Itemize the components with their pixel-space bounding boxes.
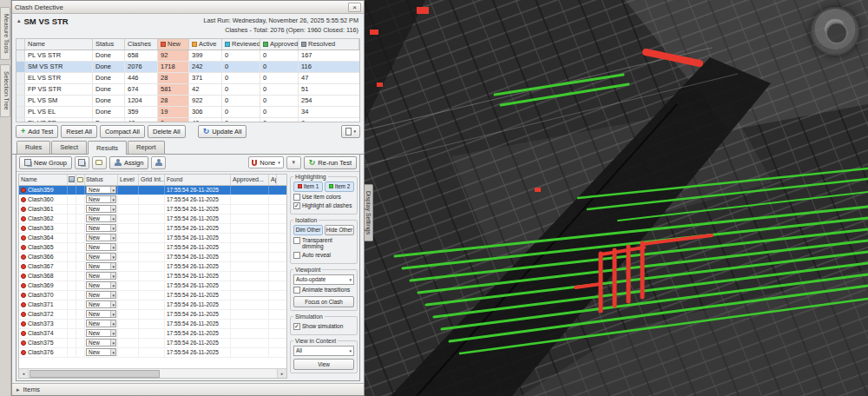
results-column-header-grid[interactable]: Grid Int... xyxy=(139,175,165,185)
tab-select[interactable]: Select xyxy=(51,141,87,154)
clash-row-clash373[interactable]: Clash373New▾17:55:54 26-11-2025 xyxy=(19,320,286,329)
status-dropdown[interactable]: New▾ xyxy=(86,300,116,308)
clash-row-clash375[interactable]: Clash375New▾17:55:54 26-11-2025 xyxy=(19,339,286,348)
view-in-context-dropdown[interactable]: All xyxy=(293,346,354,356)
new-group-button[interactable]: New Group xyxy=(19,156,72,169)
dim-other-button[interactable]: Dim Other xyxy=(293,225,323,235)
compact-all-button[interactable]: Compact All xyxy=(100,125,145,138)
clash-row-clash367[interactable]: Clash367New▾17:55:54 26-11-2025 xyxy=(19,262,286,272)
add-test-button[interactable]: Add Test xyxy=(16,125,58,138)
hide-other-button[interactable]: Hide Other xyxy=(325,225,354,235)
update-all-button[interactable]: Update All xyxy=(198,125,247,138)
status-dropdown[interactable]: New▾ xyxy=(86,329,116,337)
clash-row-clash363[interactable]: Clash363New▾17:55:54 26-11-2025 xyxy=(19,224,286,234)
transparent-dimming-checkbox[interactable] xyxy=(293,237,300,244)
tab-rules[interactable]: Rules xyxy=(16,141,50,154)
horizontal-scrollbar[interactable]: ◂ ▸ xyxy=(19,368,286,378)
tests-column-header-reviewed[interactable]: Reviewed xyxy=(222,39,260,50)
rerun-test-button[interactable]: Re-run Test xyxy=(304,156,357,169)
item1-toggle-button[interactable]: Item 1 xyxy=(293,182,323,192)
results-column-header-level[interactable]: Level xyxy=(118,175,139,185)
items-bar[interactable]: Items xyxy=(12,383,364,395)
delete-all-button[interactable]: Delete All xyxy=(148,125,186,138)
results-column-header-status[interactable]: Status xyxy=(85,175,118,185)
status-dropdown[interactable]: New▾ xyxy=(86,262,116,270)
show-simulation-row[interactable]: Show simulation xyxy=(293,323,354,330)
tests-column-header-approved[interactable]: Approved xyxy=(260,39,299,50)
test-row-pl-vs-el[interactable]: PL VS ELDone359193060034 xyxy=(16,107,359,118)
tests-table[interactable]: NameStatusClashesNewActiveReviewedApprov… xyxy=(16,38,360,122)
status-dropdown[interactable]: New▾ xyxy=(86,348,116,356)
animate-transitions-checkbox[interactable] xyxy=(293,287,300,294)
view-button[interactable]: View xyxy=(293,359,354,370)
tests-column-header-active[interactable]: Active xyxy=(189,39,222,50)
clash-row-clash372[interactable]: Clash372New▾17:55:54 26-11-2025 xyxy=(19,310,286,320)
results-column-header-app[interactable]: App... xyxy=(269,175,277,185)
viewport-3d[interactable]: Display Settings xyxy=(365,0,868,396)
show-simulation-checkbox[interactable] xyxy=(293,323,300,330)
dock-tab-display-settings[interactable]: Display Settings xyxy=(365,184,373,241)
scroll-left-icon[interactable]: ◂ xyxy=(19,369,29,378)
status-dropdown[interactable]: New▾ xyxy=(86,205,116,213)
results-column-header-found[interactable]: Found xyxy=(165,175,231,185)
focus-on-clash-button[interactable]: Focus on Clash xyxy=(293,296,354,307)
results-column-header-name[interactable]: Name xyxy=(19,175,68,185)
clash-row-clash371[interactable]: Clash371New▾17:55:54 26-11-2025 xyxy=(19,300,286,310)
collapse-chevron-icon[interactable] xyxy=(17,17,21,24)
clash-row-clash376[interactable]: Clash376New▾17:55:54 26-11-2025 xyxy=(19,348,286,358)
status-dropdown[interactable]: New▾ xyxy=(86,281,116,289)
filter-dropdown[interactable]: None xyxy=(248,156,283,168)
reset-all-button[interactable]: Reset All xyxy=(61,125,97,138)
results-grid[interactable]: NameStatusLevelGrid Int...FoundApproved.… xyxy=(18,174,287,379)
clash-row-clash366[interactable]: Clash366New▾17:55:54 26-11-2025 xyxy=(19,253,286,262)
expand-items-icon[interactable] xyxy=(16,386,20,393)
unassign-button[interactable] xyxy=(151,156,166,169)
tab-report[interactable]: Report xyxy=(128,141,165,154)
clash-row-clash359[interactable]: Clash359New▾17:55:54 26-11-2025 xyxy=(19,186,286,195)
status-dropdown[interactable]: New▾ xyxy=(86,253,116,261)
clash-row-clash374[interactable]: Clash374New▾17:55:54 26-11-2025 xyxy=(19,329,286,339)
clash-row-clash369[interactable]: Clash369New▾17:55:54 26-11-2025 xyxy=(19,281,286,291)
results-column-header-image[interactable] xyxy=(68,175,76,185)
tests-column-header-status[interactable]: Status xyxy=(93,39,125,50)
status-dropdown[interactable]: New▾ xyxy=(86,224,116,232)
scroll-right-icon[interactable]: ▸ xyxy=(277,369,286,378)
use-item-colors-row[interactable]: Use item colors xyxy=(293,194,354,201)
animate-transitions-row[interactable]: Animate transitions xyxy=(293,287,354,294)
highlight-all-checkbox[interactable] xyxy=(293,202,300,209)
status-dropdown[interactable]: New▾ xyxy=(86,310,116,318)
results-column-header-comment[interactable] xyxy=(76,175,85,185)
clash-row-clash370[interactable]: Clash370New▾17:55:54 26-11-2025 xyxy=(19,291,286,300)
status-dropdown[interactable]: New▾ xyxy=(86,214,116,222)
scrollbar-thumb[interactable] xyxy=(30,370,160,378)
clash-row-clash360[interactable]: Clash360New▾17:55:54 26-11-2025 xyxy=(19,195,286,205)
dock-tab-measure-tools[interactable]: Measure Tools xyxy=(0,7,10,60)
highlight-all-row[interactable]: Highlight all clashes xyxy=(293,202,354,209)
item2-toggle-button[interactable]: Item 2 xyxy=(325,182,354,192)
clash-row-clash365[interactable]: Clash365New▾17:55:54 26-11-2025 xyxy=(19,243,286,253)
filter-by-selection-button[interactable] xyxy=(286,156,301,169)
status-dropdown[interactable]: New▾ xyxy=(86,291,116,299)
dock-tab-selection-tree[interactable]: Selection Tree xyxy=(0,64,10,117)
clash-row-clash364[interactable]: Clash364New▾17:55:54 26-11-2025 xyxy=(19,234,286,243)
add-to-group-button[interactable] xyxy=(75,156,89,169)
auto-reveal-checkbox[interactable] xyxy=(293,252,300,259)
status-dropdown[interactable]: New▾ xyxy=(86,272,116,280)
tests-column-header-name[interactable]: Name xyxy=(25,39,93,50)
tests-column-header-clashes[interactable]: Clashes xyxy=(125,39,158,50)
clash-row-clash362[interactable]: Clash362New▾17:55:54 26-11-2025 xyxy=(19,214,286,224)
export-button[interactable] xyxy=(341,125,360,138)
test-row-pl-vs-sm[interactable]: PL VS SMDone12042892200254 xyxy=(16,96,359,107)
status-dropdown[interactable]: New▾ xyxy=(86,320,116,327)
auto-reveal-row[interactable]: Auto reveal xyxy=(293,252,354,259)
assign-button[interactable]: Assign xyxy=(109,156,149,169)
results-column-header-approved[interactable]: Approved... xyxy=(231,175,269,185)
transparent-dimming-row[interactable]: Transparent dimming xyxy=(293,237,354,250)
status-dropdown[interactable]: New▾ xyxy=(86,186,116,194)
status-dropdown[interactable]: New▾ xyxy=(86,339,116,346)
tab-results[interactable]: Results xyxy=(88,141,127,155)
test-row-fp-vs-str[interactable]: FP VS STRDone674581420051 xyxy=(16,84,359,96)
clash-row-clash361[interactable]: Clash361New▾17:55:54 26-11-2025 xyxy=(19,205,286,214)
viewpoint-mode-dropdown[interactable]: Auto-update xyxy=(293,274,354,285)
tests-column-header-new[interactable]: New xyxy=(158,39,189,50)
